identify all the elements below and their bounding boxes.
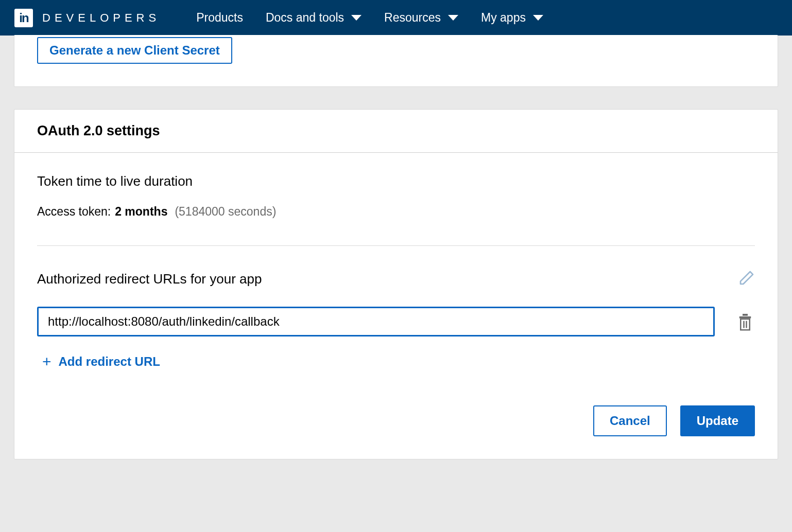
page-content: Generate a new Client Secret OAuth 2.0 s…	[0, 36, 792, 480]
generate-client-secret-button[interactable]: Generate a new Client Secret	[37, 37, 232, 64]
oauth-settings-card: OAuth 2.0 settings Token time to live du…	[14, 109, 778, 459]
card-body: Token time to live duration Access token…	[14, 153, 778, 459]
card-header: OAuth 2.0 settings	[14, 110, 778, 153]
delete-url-button[interactable]	[735, 310, 755, 333]
svg-rect-2	[741, 319, 750, 330]
chevron-down-icon	[533, 15, 543, 21]
access-token-seconds: (5184000 seconds)	[175, 205, 276, 219]
redirect-heading: Authorized redirect URLs for your app	[37, 271, 262, 287]
redirect-header-row: Authorized redirect URLs for your app	[37, 270, 755, 288]
nav-item-myapps[interactable]: My apps	[481, 11, 543, 25]
access-token-row: Access token: 2 months (5184000 seconds)	[37, 205, 755, 219]
nav-item-resources[interactable]: Resources	[384, 11, 458, 25]
nav-item-docs[interactable]: Docs and tools	[266, 11, 361, 25]
divider	[37, 245, 755, 246]
svg-rect-1	[743, 314, 748, 316]
trash-icon	[737, 312, 753, 331]
nav-label: Docs and tools	[266, 11, 344, 25]
cancel-button[interactable]: Cancel	[593, 405, 667, 436]
redirect-url-row	[37, 307, 755, 336]
nav-label: Resources	[384, 11, 441, 25]
client-secret-card: Generate a new Client Secret	[14, 35, 778, 87]
access-token-label: Access token:	[37, 205, 111, 219]
linkedin-in-icon: in	[14, 9, 33, 27]
nav-label: My apps	[481, 11, 526, 25]
nav-label: Products	[196, 11, 243, 25]
footer-buttons: Cancel Update	[37, 405, 755, 436]
top-nav: in DEVELOPERS Products Docs and tools Re…	[0, 0, 792, 36]
chevron-down-icon	[351, 15, 361, 21]
ttl-heading: Token time to live duration	[37, 173, 755, 189]
plus-icon: +	[42, 354, 51, 369]
update-button[interactable]: Update	[680, 405, 755, 436]
edit-icon[interactable]	[738, 270, 755, 288]
svg-rect-0	[739, 316, 751, 318]
nav-menu: Products Docs and tools Resources My app…	[196, 11, 543, 25]
add-redirect-url-button[interactable]: + Add redirect URL	[42, 354, 755, 369]
nav-item-products[interactable]: Products	[196, 11, 243, 25]
chevron-down-icon	[448, 15, 458, 21]
oauth-heading: OAuth 2.0 settings	[37, 123, 755, 139]
redirect-url-input[interactable]	[37, 307, 715, 336]
brand-text: DEVELOPERS	[42, 11, 160, 25]
access-token-value: 2 months	[115, 205, 167, 219]
add-redirect-label: Add redirect URL	[59, 354, 160, 369]
brand-logo[interactable]: in DEVELOPERS	[14, 9, 160, 27]
